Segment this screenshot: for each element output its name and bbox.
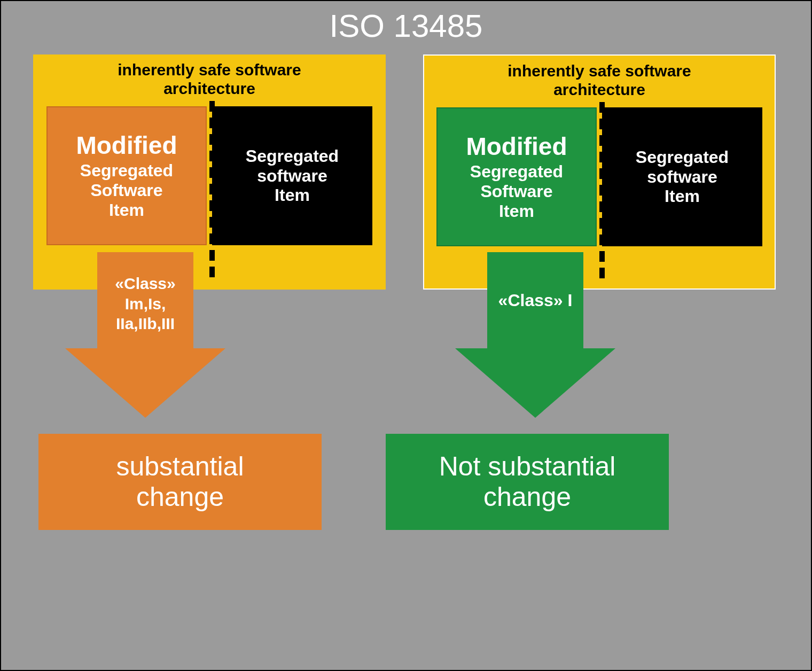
text: IIa,IIb,III	[116, 315, 175, 332]
right-arrow-label: «Class» I	[455, 290, 615, 311]
text: Segregated	[80, 161, 173, 180]
left-segregated-item: Segregated software Item	[212, 106, 372, 245]
right-result-box: Not substantial change	[386, 434, 669, 530]
right-items-row: Modified Segregated Software Item Segreg…	[424, 107, 775, 246]
text: Segregated Software Item	[80, 161, 173, 220]
text: Item	[109, 200, 144, 220]
text: Item	[665, 186, 700, 206]
left-result-box: substantial change	[38, 434, 322, 530]
text: Im,Is,	[125, 295, 166, 313]
right-segregated-item: Segregated software Item	[602, 107, 762, 246]
text: Segregated software Item	[636, 147, 729, 206]
left-arrow: «Class» Im,Is, IIa,IIb,III	[65, 252, 225, 418]
text: Software	[480, 182, 552, 201]
right-arrow: «Class» I	[455, 252, 615, 418]
vertical-divider-icon	[209, 101, 215, 277]
right-arch-label: inherently safe software architecture	[424, 62, 775, 99]
left-arch-label: inherently safe software architecture	[33, 61, 386, 98]
left-items-row: Modified Segregated Software Item Segreg…	[33, 106, 386, 245]
svg-marker-1	[455, 252, 615, 418]
text: change	[483, 482, 571, 512]
text: Software	[90, 181, 162, 200]
text: change	[136, 482, 224, 512]
text: Segregated	[246, 146, 339, 166]
text: Segregated	[470, 162, 563, 181]
text: Item	[499, 201, 534, 221]
down-arrow-icon	[455, 252, 615, 418]
text: Not substantial	[439, 451, 616, 481]
text: Segregated software Item	[246, 146, 339, 205]
left-modified-item: Modified Segregated Software Item	[46, 106, 207, 245]
text: Item	[275, 185, 310, 205]
text: «Class»	[115, 275, 175, 292]
diagram-title: ISO 13485	[1, 7, 811, 44]
left-arrow-label: «Class» Im,Is, IIa,IIb,III	[65, 274, 225, 334]
text: architecture	[553, 81, 645, 98]
text: Segregated	[636, 147, 729, 167]
text: Modified	[76, 131, 177, 160]
text: software	[257, 166, 327, 185]
text: Segregated Software Item	[470, 162, 563, 221]
text: architecture	[163, 80, 255, 97]
text: inherently safe software	[508, 62, 691, 80]
text: substantial	[116, 451, 244, 481]
text: software	[647, 167, 717, 186]
right-modified-item: Modified Segregated Software Item	[436, 107, 597, 246]
text: Modified	[466, 132, 567, 161]
text: inherently safe software	[118, 61, 301, 79]
text: «Class» I	[498, 291, 573, 310]
